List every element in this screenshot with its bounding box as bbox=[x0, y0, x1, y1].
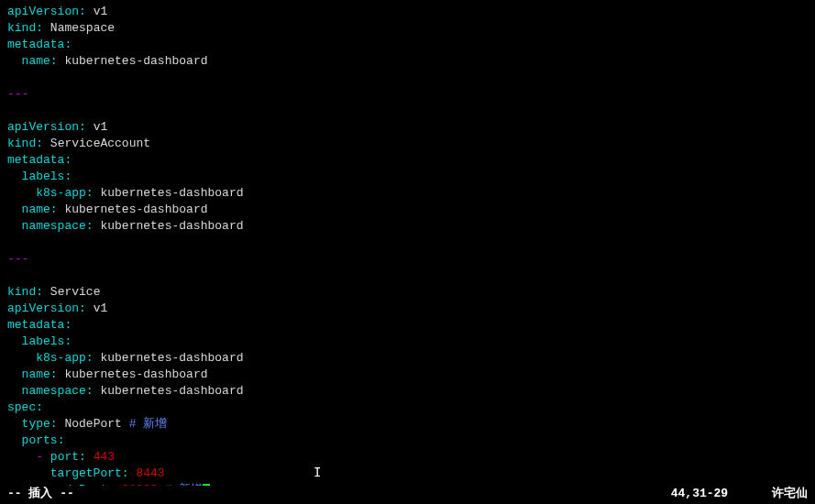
code-line bbox=[7, 70, 808, 86]
cursor-position: 44,31-29 bbox=[671, 487, 728, 500]
code-line bbox=[7, 268, 808, 284]
vim-position-info: 44,31-29 许宅仙 bbox=[671, 486, 808, 502]
separator: --- bbox=[7, 86, 808, 103]
code-line: namespace: kubernetes-dashboard bbox=[7, 383, 808, 400]
scroll-percent: 许宅仙 bbox=[772, 487, 808, 500]
code-line: metadata: bbox=[7, 317, 808, 334]
code-line: namespace: kubernetes-dashboard bbox=[7, 218, 808, 235]
code-line: kind: Namespace bbox=[7, 20, 808, 37]
code-line: targetPort: 8443 bbox=[7, 466, 808, 482]
vim-mode: -- 插入 -- bbox=[7, 486, 74, 502]
code-line: apiVersion: v1 bbox=[7, 301, 808, 317]
code-line: ports: bbox=[7, 433, 808, 449]
code-line: name: kubernetes-dashboard bbox=[7, 367, 808, 383]
code-line: kind: Service bbox=[7, 284, 808, 301]
code-line: apiVersion: v1 bbox=[7, 4, 808, 20]
code-line: k8s-app: kubernetes-dashboard bbox=[7, 350, 808, 367]
code-line: name: kubernetes-dashboard bbox=[7, 202, 808, 218]
code-line: - port: 443 bbox=[7, 449, 808, 466]
code-line: spec: bbox=[7, 400, 808, 416]
yaml-editor[interactable]: apiVersion: v1 kind: Namespace metadata:… bbox=[0, 0, 815, 486]
code-line: labels: bbox=[7, 169, 808, 185]
code-line: metadata: bbox=[7, 152, 808, 169]
code-line: k8s-app: kubernetes-dashboard bbox=[7, 185, 808, 202]
code-line: kind: ServiceAccount bbox=[7, 136, 808, 152]
separator: --- bbox=[7, 251, 808, 268]
code-line: labels: bbox=[7, 334, 808, 350]
code-line: apiVersion: v1 bbox=[7, 119, 808, 136]
code-line: name: kubernetes-dashboard bbox=[7, 53, 808, 70]
vim-statusbar: -- 插入 -- 44,31-29 许宅仙 bbox=[0, 486, 815, 502]
code-line: type: NodePort # 新增 bbox=[7, 416, 808, 433]
code-line: metadata: bbox=[7, 37, 808, 53]
code-line bbox=[7, 103, 808, 119]
code-line bbox=[7, 235, 808, 251]
